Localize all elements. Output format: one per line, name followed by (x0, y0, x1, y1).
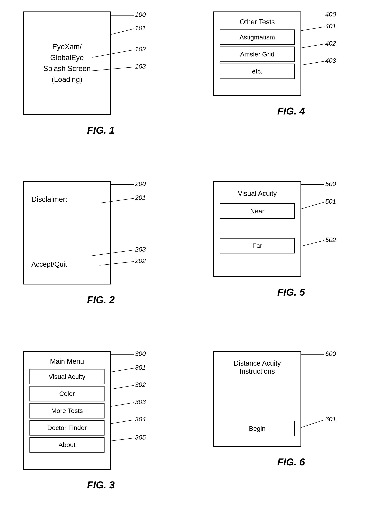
svg-text:100: 100 (135, 11, 146, 18)
svg-text:600: 600 (325, 351, 336, 357)
svg-text:102: 102 (135, 45, 146, 53)
fig2-accept-label[interactable]: Accept/Quit (31, 260, 103, 268)
svg-line-2 (111, 29, 134, 34)
fig2-screen: Disclaimer: Accept/Quit (23, 181, 111, 285)
svg-text:305: 305 (135, 434, 146, 441)
fig6-btn-begin[interactable]: Begin (220, 421, 295, 436)
figure-4: Other Tests Astigmatism Amsler Grid etc.… (205, 11, 377, 166)
svg-text:501: 501 (325, 198, 336, 205)
fig1-screen: EyeXam/ GlobalEye Splash Screen (Loading… (23, 11, 111, 115)
fig5-label: FIG. 5 (277, 286, 305, 298)
fig3-btn-more-tests[interactable]: More Tests (29, 403, 104, 419)
fig6-label: FIG. 6 (277, 456, 305, 468)
page-container: EyeXam/ GlobalEye Splash Screen (Loading… (0, 0, 392, 532)
svg-line-32 (111, 368, 134, 372)
svg-text:201: 201 (135, 194, 146, 201)
figure-3: Main Menu Visual Acuity Color More Tests… (15, 351, 187, 521)
svg-text:302: 302 (135, 381, 146, 388)
figure-2: Disclaimer: Accept/Quit 200 201 203 202 … (15, 181, 187, 335)
fig1-splash-text: EyeXam/ GlobalEye Splash Screen (Loading… (43, 41, 91, 85)
svg-line-14 (301, 61, 324, 65)
svg-text:301: 301 (135, 364, 146, 371)
svg-text:402: 402 (325, 40, 336, 47)
fig6-title: Distance Acuity Instructions (220, 355, 295, 377)
fig2-label: FIG. 2 (87, 294, 115, 306)
svg-line-44 (301, 420, 324, 428)
svg-line-26 (301, 202, 324, 209)
fig2-disclaimer-label: Disclaimer: (31, 195, 103, 204)
svg-text:601: 601 (325, 415, 336, 423)
svg-text:400: 400 (325, 11, 336, 18)
svg-text:304: 304 (135, 415, 146, 423)
figure-5: Visual Acuity Near Far 500 501 502 FIG. … (205, 181, 377, 335)
fig4-title: Other Tests (220, 16, 295, 28)
svg-text:101: 101 (135, 24, 146, 32)
figure-1: EyeXam/ GlobalEye Splash Screen (Loading… (15, 11, 187, 166)
svg-text:403: 403 (325, 57, 336, 64)
fig3-btn-doctor-finder[interactable]: Doctor Finder (29, 420, 104, 435)
svg-line-40 (111, 438, 134, 441)
svg-text:103: 103 (135, 63, 146, 70)
fig4-label: FIG. 4 (277, 105, 305, 117)
fig5-btn-near[interactable]: Near (220, 203, 295, 219)
figure-6: Distance Acuity Instructions Begin 600 6… (205, 351, 377, 521)
fig3-btn-color[interactable]: Color (29, 386, 104, 401)
svg-line-38 (111, 420, 134, 424)
svg-text:303: 303 (135, 398, 146, 406)
fig4-screen: Other Tests Astigmatism Amsler Grid etc. (213, 11, 301, 96)
svg-text:500: 500 (325, 181, 336, 187)
fig4-btn-amsler[interactable]: Amsler Grid (220, 47, 295, 62)
fig6-screen: Distance Acuity Instructions Begin (213, 351, 301, 447)
svg-line-34 (111, 385, 134, 389)
svg-text:401: 401 (325, 22, 336, 30)
fig3-btn-visual-acuity[interactable]: Visual Acuity (29, 369, 104, 384)
fig3-title: Main Menu (29, 355, 104, 367)
fig5-title: Visual Acuity (220, 188, 295, 200)
fig5-btn-far[interactable]: Far (220, 238, 295, 253)
svg-text:203: 203 (135, 246, 146, 253)
svg-line-28 (301, 240, 324, 246)
svg-text:502: 502 (325, 236, 336, 243)
svg-text:200: 200 (135, 181, 146, 187)
svg-line-10 (301, 27, 324, 31)
fig3-label: FIG. 3 (87, 479, 115, 491)
svg-text:300: 300 (135, 351, 146, 357)
fig3-screen: Main Menu Visual Acuity Color More Tests… (23, 351, 111, 470)
svg-line-36 (111, 403, 134, 406)
fig4-btn-astigmatism[interactable]: Astigmatism (220, 29, 295, 45)
fig3-btn-about[interactable]: About (29, 437, 104, 453)
fig1-label: FIG. 1 (87, 124, 115, 136)
svg-text:202: 202 (135, 257, 146, 264)
fig5-screen: Visual Acuity Near Far (213, 181, 301, 277)
svg-line-12 (301, 44, 324, 48)
fig4-btn-etc[interactable]: etc. (220, 64, 295, 79)
